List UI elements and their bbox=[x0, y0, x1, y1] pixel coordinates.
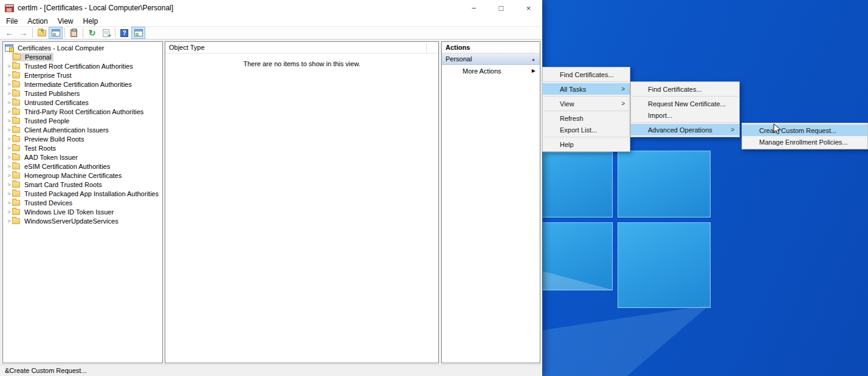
menu-item-find-certificates[interactable]: Find Certificates... bbox=[543, 69, 630, 80]
tree-item-label: Enterprise Trust bbox=[22, 71, 74, 80]
menu-item-manage-enrollment-policies[interactable]: Manage Enrollment Policies... bbox=[742, 136, 867, 148]
menu-item-refresh[interactable]: Refresh bbox=[543, 112, 630, 124]
menu-item-advanced-operations[interactable]: Advanced Operations > bbox=[631, 124, 739, 135]
folder-icon bbox=[12, 145, 20, 151]
windows-logo-pane-bottom-right bbox=[618, 222, 711, 308]
forward-button[interactable]: → bbox=[16, 27, 30, 39]
menu-item-request-new-certificate[interactable]: Request New Certificate... bbox=[631, 98, 739, 109]
close-button[interactable]: × bbox=[515, 0, 542, 16]
titlebar: certlm - [Certificates - Local Computer\… bbox=[0, 0, 542, 16]
tree-item-label: Trusted Publishers bbox=[22, 89, 81, 98]
chevron-right-icon[interactable]: > bbox=[6, 182, 12, 188]
show-action-pane-button[interactable] bbox=[131, 27, 145, 39]
folder-icon bbox=[12, 154, 20, 160]
chevron-right-icon[interactable]: > bbox=[6, 200, 12, 206]
tree-item-untrusted-certificates[interactable]: > Untrusted Certificates bbox=[3, 98, 162, 107]
tree-item-windows-live-id-token-issuer[interactable]: > Windows Live ID Token Issuer bbox=[3, 207, 162, 216]
tree-item-trusted-devices[interactable]: > Trusted Devices bbox=[3, 198, 162, 207]
tree-item-intermediate-certification-authorities[interactable]: > Intermediate Certification Authorities bbox=[3, 80, 162, 89]
chevron-right-icon[interactable]: > bbox=[6, 63, 12, 69]
menu-separator bbox=[544, 96, 629, 97]
tree-item-client-authentication-issuers[interactable]: > Client Authentication Issuers bbox=[3, 125, 162, 134]
more-actions-item[interactable]: More Actions ▶ bbox=[442, 65, 540, 77]
collapse-arrow-icon[interactable]: ▲ bbox=[531, 57, 536, 61]
console-tree-pane: Certificates - Local Computer Personal >… bbox=[2, 41, 163, 363]
export-list-button[interactable] bbox=[99, 27, 113, 39]
menu-item-import[interactable]: Import... bbox=[631, 109, 739, 121]
show-console-tree-button[interactable] bbox=[49, 27, 63, 39]
toolbar-separator bbox=[64, 28, 65, 38]
back-button[interactable]: ← bbox=[2, 27, 16, 39]
menu-action[interactable]: Action bbox=[22, 16, 52, 26]
mouse-cursor bbox=[773, 123, 782, 138]
chevron-right-icon[interactable]: > bbox=[6, 145, 12, 151]
tree-root-label: Certificates - Local Computer bbox=[16, 44, 106, 52]
chevron-right-icon[interactable]: > bbox=[6, 81, 12, 87]
column-divider[interactable] bbox=[426, 43, 427, 52]
column-header-object-type[interactable]: Object Type bbox=[169, 44, 205, 51]
tree-item-label: Intermediate Certification Authorities bbox=[22, 80, 134, 89]
actions-section-personal[interactable]: Personal ▲ bbox=[442, 53, 540, 65]
tree-item-trusted-people[interactable]: > Trusted People bbox=[3, 116, 162, 125]
folder-icon bbox=[12, 118, 20, 124]
tree-item-test-roots[interactable]: > Test Roots bbox=[3, 143, 162, 152]
chevron-right-icon[interactable]: > bbox=[6, 91, 12, 97]
menu-file[interactable]: File bbox=[1, 16, 22, 26]
tree-item-smart-card-trusted-roots[interactable]: > Smart Card Trusted Roots bbox=[3, 180, 162, 189]
tree-item-personal[interactable]: Personal bbox=[3, 52, 162, 61]
tree-item-label: WindowsServerUpdateServices bbox=[22, 217, 120, 225]
refresh-icon: ↻ bbox=[89, 29, 96, 37]
chevron-right-icon[interactable]: > bbox=[6, 100, 12, 106]
chevron-right-icon[interactable]: > bbox=[6, 118, 12, 124]
paste-button[interactable] bbox=[67, 27, 81, 39]
chevron-right-icon[interactable]: > bbox=[6, 72, 12, 78]
refresh-button[interactable]: ↻ bbox=[85, 27, 99, 39]
tree-root-certificates-local-computer[interactable]: Certificates - Local Computer bbox=[3, 43, 162, 52]
console-tree-icon bbox=[52, 29, 60, 36]
minimize-button[interactable]: − bbox=[460, 0, 487, 16]
chevron-right-icon[interactable]: > bbox=[6, 173, 12, 179]
folder-icon bbox=[12, 100, 20, 106]
certlm-app-icon bbox=[5, 4, 14, 12]
tree-selection: Personal bbox=[12, 53, 53, 61]
tree-item-enterprise-trust[interactable]: > Enterprise Trust bbox=[3, 70, 162, 80]
tree-item-label: Trusted Devices bbox=[22, 199, 74, 207]
menu-item-label: View bbox=[560, 100, 574, 108]
tree-item-trusted-packaged-app-installation-authorities[interactable]: > Trusted Packaged App Installation Auth… bbox=[3, 189, 162, 198]
tree-item-esim-certification-authorities[interactable]: > eSIM Certification Authorities bbox=[3, 162, 162, 171]
chevron-right-icon[interactable]: > bbox=[6, 127, 12, 133]
toolbar: ← → ↻ ? bbox=[0, 26, 542, 39]
menu-separator bbox=[632, 96, 738, 97]
menu-help[interactable]: Help bbox=[78, 16, 103, 26]
menu-item-find-certificates[interactable]: Find Certificates... bbox=[631, 83, 739, 95]
tree-item-third-party-root-certification-authorities[interactable]: > Third-Party Root Certification Authori… bbox=[3, 107, 162, 116]
menu-item-all-tasks[interactable]: All Tasks > bbox=[543, 83, 630, 95]
chevron-right-icon[interactable]: > bbox=[6, 191, 12, 197]
tree-item-label: Homegroup Machine Certificates bbox=[22, 171, 123, 180]
maximize-button[interactable]: □ bbox=[487, 0, 515, 16]
menu-item-export-list[interactable]: Export List... bbox=[543, 124, 630, 135]
windows-logo-pane-top-right bbox=[618, 151, 711, 217]
menu-item-create-custom-request[interactable]: Create Custom Request... bbox=[742, 125, 867, 136]
chevron-right-icon[interactable]: > bbox=[6, 136, 12, 142]
menu-view[interactable]: View bbox=[53, 16, 78, 26]
tree-item-preview-build-roots[interactable]: > Preview Build Roots bbox=[3, 134, 162, 143]
actions-pane-title: Actions bbox=[442, 42, 540, 53]
up-one-level-button[interactable] bbox=[35, 27, 49, 39]
tree-item-trusted-root-certification-authorities[interactable]: > Trusted Root Certification Authorities bbox=[3, 61, 162, 70]
menu-item-help[interactable]: Help bbox=[543, 138, 630, 150]
menu-item-view[interactable]: View > bbox=[543, 98, 630, 109]
help-button[interactable]: ? bbox=[117, 27, 131, 39]
folder-icon bbox=[12, 173, 20, 179]
tree-item-homegroup-machine-certificates[interactable]: > Homegroup Machine Certificates bbox=[3, 171, 162, 180]
tree-item-label: Test Roots bbox=[22, 144, 58, 152]
chevron-right-icon[interactable]: > bbox=[6, 209, 12, 215]
tree-item-windowsserverupdateservices[interactable]: > WindowsServerUpdateServices bbox=[3, 216, 162, 225]
chevron-right-icon[interactable]: > bbox=[6, 154, 12, 160]
tree-item-trusted-publishers[interactable]: > Trusted Publishers bbox=[3, 89, 162, 98]
chevron-right-icon[interactable]: > bbox=[6, 163, 12, 169]
chevron-right-icon[interactable]: > bbox=[6, 218, 12, 224]
chevron-right-icon[interactable]: > bbox=[6, 109, 12, 115]
clipboard-icon bbox=[71, 29, 77, 37]
tree-item-aad-token-issuer[interactable]: > AAD Token Issuer bbox=[3, 152, 162, 162]
